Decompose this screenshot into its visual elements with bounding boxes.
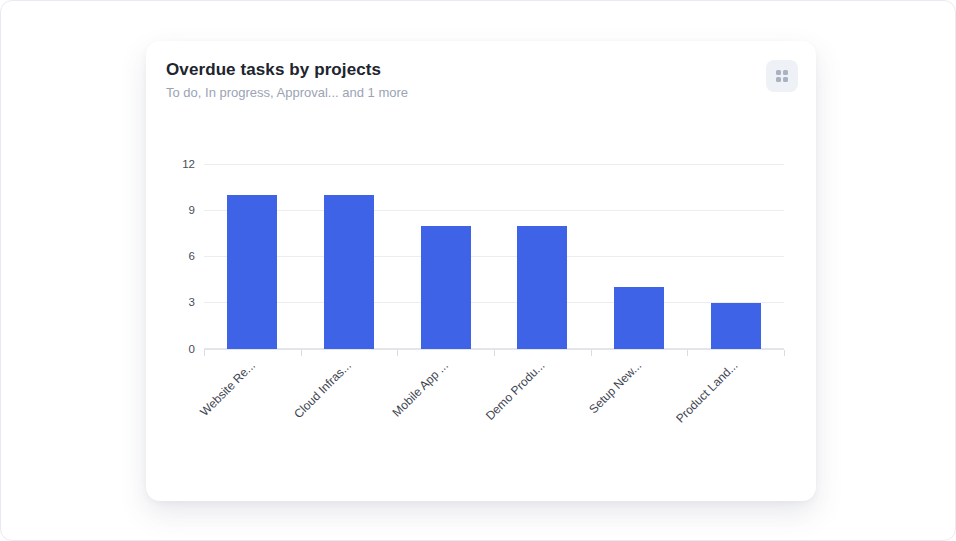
card-header: Overdue tasks by projects To do, In prog…: [146, 41, 816, 100]
plot-area: Website Re...Cloud Infras...Mobile App .…: [204, 164, 784, 349]
x-axis-tick: [397, 350, 398, 356]
y-tick-label-6: 6: [189, 251, 195, 263]
gridline-y-3: [204, 302, 784, 303]
x-axis-tick: [591, 350, 592, 356]
x-tick-label-4: Demo Produ...: [484, 359, 548, 423]
app-window: Overdue tasks by projects To do, In prog…: [0, 0, 956, 541]
chart-card: Overdue tasks by projects To do, In prog…: [146, 41, 816, 501]
x-axis-tick: [784, 350, 785, 356]
bar-6[interactable]: [711, 303, 761, 349]
card-menu-button[interactable]: [766, 60, 798, 92]
y-tick-label-12: 12: [182, 158, 195, 170]
x-tick-label-5: Setup New...: [587, 359, 644, 416]
bar-1[interactable]: [227, 195, 277, 349]
gridline-y-12: [204, 164, 784, 165]
x-axis-tick: [204, 350, 205, 356]
x-tick-label-6: Product Land...: [674, 359, 741, 426]
card-header-text: Overdue tasks by projects To do, In prog…: [166, 60, 408, 100]
x-axis-tick: [494, 350, 495, 356]
y-tick-label-9: 9: [189, 205, 195, 217]
x-tick-label-1: Website Re...: [198, 359, 258, 419]
bar-chart: 036912 Website Re...Cloud Infras...Mobil…: [204, 164, 784, 349]
x-tick-label-3: Mobile App ...: [390, 359, 451, 420]
gridline-y-6: [204, 256, 784, 257]
x-axis-tick: [301, 350, 302, 356]
y-tick-label-0: 0: [189, 343, 195, 355]
card-title: Overdue tasks by projects: [166, 60, 408, 80]
y-tick-label-3: 3: [189, 297, 195, 309]
bar-3[interactable]: [421, 226, 471, 349]
bar-5[interactable]: [614, 287, 664, 349]
x-tick-label-2: Cloud Infras...: [292, 359, 354, 421]
bar-4[interactable]: [517, 226, 567, 349]
card-subtitle: To do, In progress, Approval... and 1 mo…: [166, 85, 408, 100]
bar-2[interactable]: [324, 195, 374, 349]
gridline-y-9: [204, 210, 784, 211]
grid-icon: [776, 70, 788, 82]
x-axis-tick: [687, 350, 688, 356]
